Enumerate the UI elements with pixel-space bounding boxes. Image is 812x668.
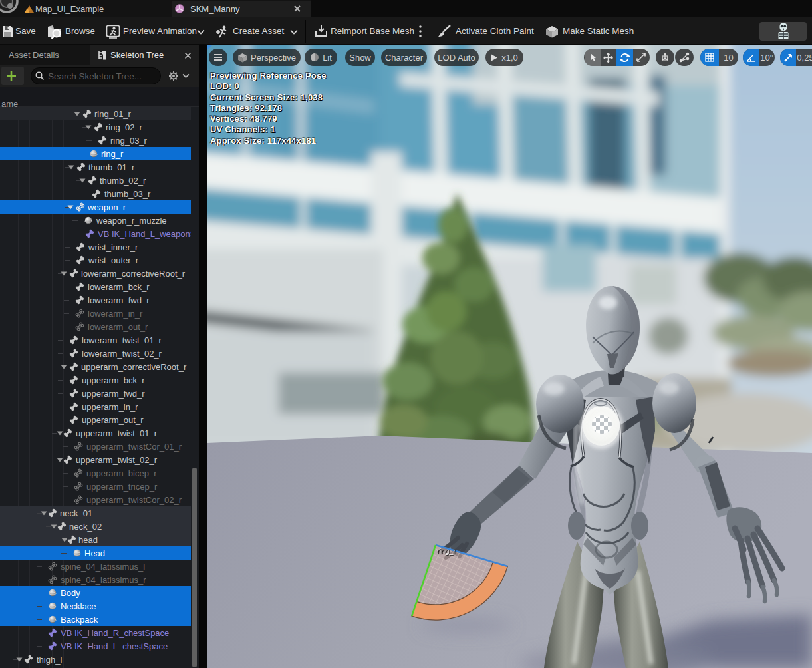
svg-text:upperarm_twist_01_r: upperarm_twist_01_r (76, 428, 158, 438)
svg-text:lowerarm_bck_r: lowerarm_bck_r (88, 282, 150, 292)
svg-text:VB IK_Hand_L_weaponSp: VB IK_Hand_L_weaponSp (98, 229, 199, 239)
svg-text:lowerarm_out_r: lowerarm_out_r (88, 322, 148, 332)
svg-text:lowerarm_twist_02_r: lowerarm_twist_02_r (82, 349, 162, 359)
svg-text:upperarm_bicep_r: upperarm_bicep_r (86, 468, 157, 478)
svg-text:lowerarm_fwd_r: lowerarm_fwd_r (88, 295, 150, 305)
svg-text:upperarm_twistCor_01_r: upperarm_twistCor_01_r (86, 442, 182, 452)
svg-text:upperarm_twistCor_02_r: upperarm_twistCor_02_r (86, 495, 182, 505)
svg-text:Body: Body (61, 588, 80, 598)
svg-text:wrist_outer_r: wrist_outer_r (88, 255, 139, 265)
svg-text:Head: Head (84, 548, 105, 558)
svg-text:VB IK_Hand_L_chestSpace: VB IK_Hand_L_chestSpace (61, 641, 168, 651)
svg-text:Necklace: Necklace (61, 601, 96, 611)
svg-text:neck_01: neck_01 (60, 508, 92, 518)
svg-text:neck_02: neck_02 (69, 522, 102, 532)
svg-text:weapon_r: weapon_r (87, 202, 126, 212)
svg-text:spine_04_latissimus_l: spine_04_latissimus_l (61, 562, 145, 572)
svg-text:spine_04_latissimus_r: spine_04_latissimus_r (61, 575, 146, 585)
svg-text:upperarm_in_r: upperarm_in_r (82, 402, 138, 412)
svg-text:lowerarm_twist_01_r: lowerarm_twist_01_r (82, 335, 162, 345)
svg-text:upperarm_twist_02_r: upperarm_twist_02_r (76, 455, 158, 465)
svg-text:lowerarm_correctiveRoot_r: lowerarm_correctiveRoot_r (81, 269, 186, 279)
svg-text:head: head (78, 535, 98, 545)
svg-text:ring_r: ring_r (437, 547, 456, 555)
svg-text:Backpack: Backpack (61, 615, 98, 625)
svg-text:thumb_02_r: thumb_02_r (100, 176, 146, 186)
svg-text:thigh_l: thigh_l (37, 655, 62, 665)
svg-text:upperarm_tricep_r: upperarm_tricep_r (86, 482, 158, 492)
svg-text:ring_02_r: ring_02_r (106, 122, 143, 132)
svg-text:upperarm_correctiveRoot_r: upperarm_correctiveRoot_r (81, 362, 187, 372)
svg-text:VB IK_Hand_R_chestSpace: VB IK_Hand_R_chestSpace (61, 628, 169, 638)
svg-text:ring_01_r: ring_01_r (94, 109, 132, 119)
svg-text:lowerarm_in_r: lowerarm_in_r (88, 309, 143, 319)
svg-text:wrist_inner_r: wrist_inner_r (88, 242, 138, 252)
svg-text:upperarm_out_r: upperarm_out_r (82, 415, 144, 425)
svg-text:upperarm_fwd_r: upperarm_fwd_r (82, 389, 145, 399)
svg-text:thumb_03_r: thumb_03_r (104, 189, 151, 199)
svg-text:upperarm_bck_r: upperarm_bck_r (82, 375, 145, 385)
svg-text:ring_r: ring_r (101, 149, 124, 159)
svg-text:thumb_01_r: thumb_01_r (88, 162, 135, 172)
svg-text:weapon_r_muzzle: weapon_r_muzzle (96, 216, 167, 226)
svg-text:ring_03_r: ring_03_r (110, 136, 148, 146)
